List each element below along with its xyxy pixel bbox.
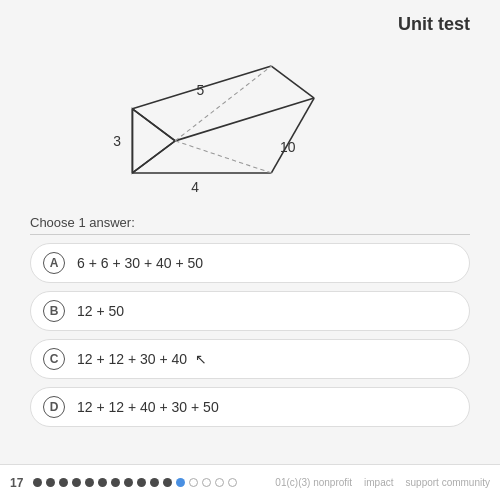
choose-label: Choose 1 answer: xyxy=(30,215,470,235)
prism-diagram: 5 3 10 4 xyxy=(90,50,410,205)
svg-line-2 xyxy=(271,66,314,98)
dot-6 xyxy=(98,478,107,487)
dot-empty-3 xyxy=(215,478,224,487)
dot-11 xyxy=(163,478,172,487)
option-c-text: 12 + 12 + 30 + 40 xyxy=(77,351,187,367)
dot-current xyxy=(176,478,185,487)
dot-empty-4 xyxy=(228,478,237,487)
page-title: Unit test xyxy=(398,14,470,34)
question-area: Choose 1 answer: A 6 + 6 + 30 + 40 + 50 … xyxy=(0,215,500,427)
svg-line-8 xyxy=(132,109,175,141)
bottom-bar: 17 01(c)(3) nonprofit impact support com… xyxy=(0,464,500,500)
option-b[interactable]: B 12 + 50 xyxy=(30,291,470,331)
progress-area: 17 xyxy=(10,476,237,490)
page-header: Unit test xyxy=(0,0,500,45)
option-c[interactable]: C 12 + 12 + 30 + 40 ↖ xyxy=(30,339,470,379)
option-d[interactable]: D 12 + 12 + 40 + 30 + 50 xyxy=(30,387,470,427)
option-d-letter: D xyxy=(43,396,65,418)
dot-empty-2 xyxy=(202,478,211,487)
option-b-letter: B xyxy=(43,300,65,322)
dot-8 xyxy=(124,478,133,487)
cursor-icon: ↖ xyxy=(195,351,207,367)
bottom-link-left: 01(c)(3) nonprofit xyxy=(275,477,352,488)
svg-line-6 xyxy=(132,141,175,173)
bottom-links: 01(c)(3) nonprofit impact support commun… xyxy=(275,477,490,488)
svg-text:10: 10 xyxy=(280,139,296,155)
svg-text:5: 5 xyxy=(197,82,205,98)
dot-4 xyxy=(72,478,81,487)
dot-5 xyxy=(85,478,94,487)
svg-text:4: 4 xyxy=(191,179,199,195)
svg-text:3: 3 xyxy=(113,133,121,149)
option-a[interactable]: A 6 + 6 + 30 + 40 + 50 xyxy=(30,243,470,283)
option-d-text: 12 + 12 + 40 + 30 + 50 xyxy=(77,399,219,415)
diagram-area: 5 3 10 4 xyxy=(90,50,410,205)
option-c-letter: C xyxy=(43,348,65,370)
dot-10 xyxy=(150,478,159,487)
svg-line-10 xyxy=(175,66,271,141)
dot-3 xyxy=(59,478,68,487)
option-b-text: 12 + 50 xyxy=(77,303,124,319)
bottom-link-center: impact xyxy=(364,477,393,488)
progress-number: 17 xyxy=(10,476,23,490)
option-a-letter: A xyxy=(43,252,65,274)
dot-7 xyxy=(111,478,120,487)
dot-empty-1 xyxy=(189,478,198,487)
bottom-link-right: support community xyxy=(406,477,490,488)
svg-line-9 xyxy=(175,141,271,173)
dot-9 xyxy=(137,478,146,487)
option-a-text: 6 + 6 + 30 + 40 + 50 xyxy=(77,255,203,271)
svg-marker-0 xyxy=(132,109,175,173)
dot-2 xyxy=(46,478,55,487)
dot-1 xyxy=(33,478,42,487)
